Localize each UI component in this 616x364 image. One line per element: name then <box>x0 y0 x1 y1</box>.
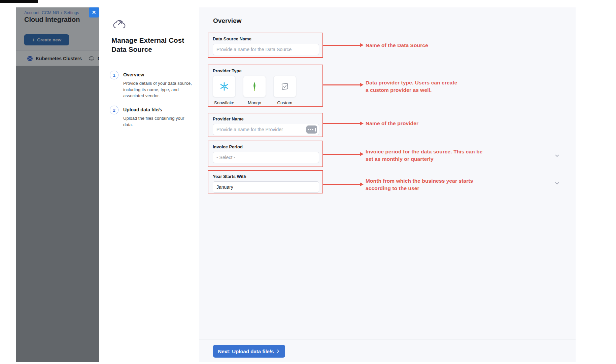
annotation-text-provider-type: Data provider type. Users can create a c… <box>366 79 458 94</box>
chevron-down-icon[interactable] <box>554 153 560 159</box>
provider-name-label: Provider Name <box>213 116 318 121</box>
chevron-down-icon[interactable] <box>554 180 560 186</box>
step-2-description: Upload the files containing your data. <box>123 115 193 128</box>
chevron-right-icon <box>276 349 280 353</box>
annotation-arrow <box>323 154 360 155</box>
annotation-arrow <box>323 45 360 46</box>
provider-card-custom[interactable] <box>273 76 296 97</box>
data-source-name-label: Data Source Name <box>213 36 318 41</box>
form-heading: Overview <box>213 17 242 25</box>
snowflake-icon <box>219 81 229 92</box>
wizard-title: Manage External Cost Data Source <box>111 36 192 54</box>
step-2-number: 2 <box>113 108 115 113</box>
ellipsis-button[interactable] <box>306 125 317 134</box>
step-2-title[interactable]: Upload data file/s <box>123 107 162 112</box>
step-1-description: Provide details of your data source, inc… <box>123 80 193 99</box>
next-upload-label: Next: Upload data file/s <box>218 349 274 354</box>
provider-type-label: Provider Type <box>213 68 318 73</box>
close-button[interactable]: ✕ <box>89 7 99 17</box>
annotation-arrow <box>323 84 360 85</box>
provider-label-mongo: Mongo <box>243 100 266 105</box>
step-1-circle[interactable]: 1 <box>110 71 118 79</box>
close-icon: ✕ <box>92 9 96 15</box>
year-starts-with-label: Year Starts With <box>213 174 318 179</box>
provider-card-snowflake[interactable] <box>213 76 236 97</box>
annotation-box-provider-type: Provider Type Snowflake <box>208 65 323 107</box>
provider-name-input[interactable] <box>213 124 319 135</box>
step-1-title[interactable]: Overview <box>123 72 144 77</box>
invoice-period-select[interactable]: - Select - <box>213 152 319 163</box>
annotation-arrow <box>323 184 360 185</box>
mongo-leaf-icon <box>250 81 259 92</box>
ellipsis-icon <box>308 129 309 130</box>
step-1-number: 1 <box>113 73 115 78</box>
annotation-arrow <box>323 123 360 124</box>
wizard-sidebar: Manage External Cost Data Source 1 Overv… <box>99 7 199 362</box>
modal-backdrop <box>16 7 99 362</box>
annotation-text-year-starts: Month from which the business year start… <box>366 177 483 192</box>
annotation-text-invoice-period: Invoice period for the data source. This… <box>366 148 485 163</box>
annotation-box-year-starts-with: Year Starts With January <box>208 170 323 193</box>
browser-edge-strip <box>0 0 38 3</box>
next-upload-button[interactable]: Next: Upload data file/s <box>213 345 285 358</box>
footer-divider <box>199 339 576 339</box>
annotation-text-provider-name: Name of the provider <box>366 120 418 127</box>
provider-type-options: Snowflake Mongo <box>213 76 318 105</box>
provider-label-snowflake: Snowflake <box>213 100 236 105</box>
step-2-circle[interactable]: 2 <box>110 106 118 114</box>
year-starts-with-select[interactable]: January <box>213 181 319 193</box>
custom-provider-icon <box>280 82 289 91</box>
provider-label-custom: Custom <box>273 100 296 105</box>
data-source-name-input[interactable] <box>213 44 319 55</box>
annotation-box-invoice-period: Invoice Period - Select - <box>208 141 323 167</box>
provider-card-mongo[interactable] <box>243 76 266 97</box>
cloud-export-icon <box>112 19 126 30</box>
app-window: Account: CCM-NG›Settings Cloud Integrati… <box>0 0 616 364</box>
annotation-box-data-source-name: Data Source Name <box>208 33 323 58</box>
annotation-text-data-source: Name of the Data Source <box>366 42 428 49</box>
annotation-box-provider-name: Provider Name <box>208 113 323 137</box>
invoice-period-label: Invoice Period <box>213 144 318 149</box>
